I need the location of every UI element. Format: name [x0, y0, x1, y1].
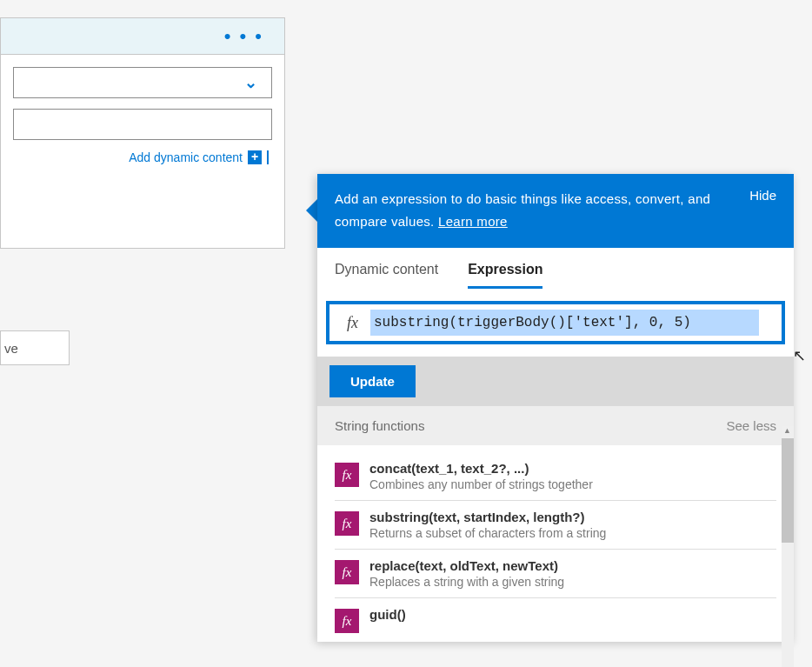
category-header: String functions See less — [317, 406, 794, 445]
callout-pointer-icon — [306, 198, 318, 223]
list-item[interactable]: fx guid() — [335, 598, 776, 642]
panel-header-text: Add an expression to do basic things lik… — [335, 188, 732, 232]
scroll-thumb[interactable] — [782, 438, 794, 543]
function-description: Returns a subset of characters from a st… — [369, 526, 606, 540]
list-item[interactable]: fx replace(text, oldText, newText) Repla… — [335, 550, 776, 598]
add-dynamic-content-row: Add dynamic content + — [13, 150, 272, 164]
learn-more-link[interactable]: Learn more — [438, 214, 508, 229]
function-description: Combines any number of strings together — [369, 477, 593, 491]
tab-expression[interactable]: Expression — [468, 262, 542, 289]
dropdown-field[interactable]: ⌄ — [13, 67, 272, 98]
card-header: • • • — [1, 18, 284, 55]
expression-panel: Add an expression to do basic things lik… — [317, 174, 794, 642]
function-signature: concat(text_1, text_2?, ...) — [369, 461, 593, 476]
fx-label-icon: fx — [335, 314, 370, 332]
function-signature: substring(text, startIndex, length?) — [369, 510, 606, 524]
update-row: Update — [317, 357, 794, 406]
add-dynamic-content-link[interactable]: Add dynamic content — [129, 150, 243, 164]
panel-header: Add an expression to do basic things lik… — [317, 174, 794, 248]
update-button[interactable]: Update — [329, 365, 416, 397]
action-card: • • • ⌄ Add dynamic content + — [0, 17, 285, 249]
card-body: ⌄ Add dynamic content + — [1, 55, 284, 248]
function-description: Replaces a string with a given string — [369, 575, 564, 589]
tabs: Dynamic content Expression — [317, 248, 794, 289]
fx-icon: fx — [335, 511, 359, 536]
fx-icon: fx — [335, 609, 359, 633]
plus-icon[interactable]: + — [248, 150, 262, 164]
function-signature: guid() — [369, 607, 406, 622]
text-input[interactable] — [13, 109, 272, 140]
function-list: fx concat(text_1, text_2?, ...) Combines… — [317, 445, 794, 642]
save-button-fragment[interactable]: ve — [0, 330, 70, 365]
list-item[interactable]: fx concat(text_1, text_2?, ...) Combines… — [335, 452, 776, 501]
fx-icon: fx — [335, 463, 359, 487]
function-signature: replace(text, oldText, newText) — [369, 558, 564, 573]
chevron-down-icon: ⌄ — [244, 73, 257, 92]
expression-input[interactable] — [370, 310, 759, 336]
list-item[interactable]: fx substring(text, startIndex, length?) … — [335, 501, 776, 550]
mouse-cursor-icon: ↖ — [793, 346, 806, 365]
scroll-arrow-up-icon[interactable]: ▲ — [783, 426, 791, 435]
expression-input-wrap: fx — [326, 301, 785, 344]
see-less-link[interactable]: See less — [726, 418, 776, 433]
more-menu-icon[interactable]: • • • — [224, 25, 263, 48]
fx-icon: fx — [335, 560, 359, 584]
tab-dynamic-content[interactable]: Dynamic content — [335, 262, 438, 289]
category-title: String functions — [335, 418, 424, 433]
cursor-bar — [267, 150, 269, 164]
hide-link[interactable]: Hide — [749, 188, 776, 203]
save-label-fragment: ve — [4, 341, 18, 356]
